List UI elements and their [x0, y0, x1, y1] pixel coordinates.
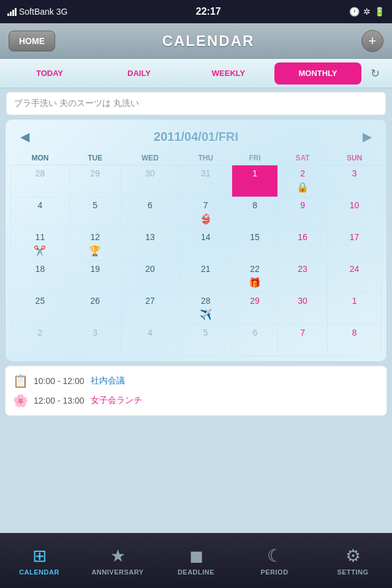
day-16[interactable]: 16 [278, 229, 328, 261]
day-29[interactable]: 29 [232, 293, 278, 325]
day-23[interactable]: 23 [278, 261, 328, 293]
day-31-prev[interactable]: 31 [179, 165, 232, 197]
day-20[interactable]: 20 [121, 261, 179, 293]
battery-icon: 🔋 [374, 7, 385, 17]
header: HOME CALENDAR + [0, 23, 392, 59]
day-25[interactable]: 25 [11, 293, 70, 325]
table-row: 2 3 4 5 6 7 8 [11, 325, 382, 356]
memo-text: ブラ手洗い 夫のスーツは 丸洗い [14, 98, 139, 109]
nav-label-setting: SETTING [337, 568, 368, 576]
day-19[interactable]: 19 [69, 261, 121, 293]
day-14[interactable]: 14 [179, 229, 232, 261]
day-2-next[interactable]: 2 [11, 325, 70, 356]
nav-label-period: PERIOD [260, 568, 288, 576]
day-11[interactable]: 11 ✂️ [11, 229, 70, 261]
day-10[interactable]: 10 [328, 197, 382, 229]
day-27[interactable]: 27 [121, 293, 179, 325]
day-28[interactable]: 28 ✈️ [179, 293, 232, 325]
calendar-nav-icon: ⊞ [32, 546, 47, 566]
day-5[interactable]: 5 [69, 197, 121, 229]
nav-label-calendar: CALENDAR [19, 568, 59, 576]
memo-bar: ブラ手洗い 夫のスーツは 丸洗い [6, 92, 386, 115]
day-13[interactable]: 13 [121, 229, 179, 261]
tab-monthly[interactable]: MONTHLY [274, 62, 361, 85]
day-6[interactable]: 6 [121, 197, 179, 229]
day-3-next[interactable]: 3 [69, 325, 121, 356]
tab-daily[interactable]: DAILY [96, 62, 183, 85]
event-item-1[interactable]: 📋 10:00 - 12:00 社内会議 [13, 371, 379, 391]
table-row: 18 19 20 21 22 🎁 23 24 [11, 261, 382, 293]
event-name-2: 女子会ランチ [91, 395, 142, 406]
nav-anniversary[interactable]: ★ ANNIVERSARY [78, 546, 157, 576]
clock-icon: 🕐 [349, 7, 360, 17]
day-12[interactable]: 12 🏆 [69, 229, 121, 261]
status-bar: SoftBank 3G 22:17 🕐 ✲ 🔋 [0, 0, 392, 23]
day-2[interactable]: 2 🔒 [278, 165, 328, 197]
tab-today[interactable]: TODAY [6, 62, 93, 85]
calendar-title: 2011/04/01/FRI [154, 130, 238, 144]
day-18[interactable]: 18 [11, 261, 70, 293]
tab-weekly[interactable]: WEEKLY [185, 62, 272, 85]
day-6-next[interactable]: 6 [232, 325, 278, 356]
nav-label-deadline: DEADLINE [178, 568, 214, 576]
day-26[interactable]: 26 [69, 293, 121, 325]
event-icon-2: 🌸 [13, 393, 28, 408]
weekday-header-row: MON TUE WED THU FRI SAT SUN [11, 151, 382, 165]
day-30-prev[interactable]: 30 [121, 165, 179, 197]
nav-deadline[interactable]: ◼ DEADLINE [157, 546, 235, 576]
add-button[interactable]: + [361, 30, 383, 52]
event-time-1: 10:00 - 12:00 [34, 376, 85, 386]
day-9[interactable]: 9 [278, 197, 328, 229]
day-5-next[interactable]: 5 [179, 325, 232, 356]
day-17[interactable]: 17 [328, 229, 382, 261]
calendar-header: ◀ 2011/04/01/FRI ▶ [10, 124, 382, 151]
prev-month-button[interactable]: ◀ [15, 127, 34, 146]
day-8-next[interactable]: 8 [328, 325, 382, 356]
moon-icon: ☾ [267, 546, 282, 566]
day-22[interactable]: 22 🎁 [232, 261, 278, 293]
day-3[interactable]: 3 [328, 165, 382, 197]
day-24[interactable]: 24 [328, 261, 382, 293]
nav-calendar[interactable]: ⊞ CALENDAR [0, 546, 78, 576]
table-row: 25 26 27 28 ✈️ 29 30 1 [11, 293, 382, 325]
day-4-next[interactable]: 4 [121, 325, 179, 356]
weekday-wed: WED [121, 151, 179, 165]
day-29-prev[interactable]: 29 [69, 165, 121, 197]
calendar-container: ◀ 2011/04/01/FRI ▶ MON TUE WED THU FRI S… [5, 119, 387, 362]
weekday-thu: THU [179, 151, 232, 165]
bluetooth-icon: ✲ [363, 7, 371, 17]
day-15[interactable]: 15 [232, 229, 278, 261]
day-30[interactable]: 30 [278, 293, 328, 325]
day-7-next[interactable]: 7 [278, 325, 328, 356]
event-time-2: 12:00 - 13:00 [34, 396, 85, 405]
star-icon: ★ [110, 546, 126, 566]
home-button[interactable]: HOME [9, 31, 55, 51]
event-item-2[interactable]: 🌸 12:00 - 13:00 女子会ランチ [13, 391, 379, 410]
weekday-sun: SUN [328, 151, 382, 165]
day-8[interactable]: 8 [232, 197, 278, 229]
network: 3G [56, 7, 68, 17]
next-month-button[interactable]: ▶ [358, 127, 377, 146]
nav-setting[interactable]: ⚙ SETTING [314, 546, 392, 576]
refresh-button[interactable]: ↻ [364, 62, 386, 85]
status-right: 🕐 ✲ 🔋 [349, 7, 385, 17]
day-1-next[interactable]: 1 [328, 293, 382, 325]
day-28-prev[interactable]: 28 [11, 165, 70, 197]
day-4[interactable]: 4 [11, 197, 70, 229]
event-name-1: 社内会議 [91, 375, 125, 386]
tab-bar: TODAY DAILY WEEKLY MONTHLY ↻ [0, 59, 392, 88]
day-7[interactable]: 7 👙 [179, 197, 232, 229]
day-21[interactable]: 21 [179, 261, 232, 293]
event-icon-1: 📋 [13, 374, 28, 388]
table-row: 11 ✂️ 12 🏆 13 14 15 16 17 [11, 229, 382, 261]
day-1[interactable]: 1 [232, 165, 278, 197]
nav-period[interactable]: ☾ PERIOD [235, 546, 314, 576]
events-section: 📋 10:00 - 12:00 社内会議 🌸 12:00 - 13:00 女子会… [5, 366, 387, 416]
clock: 22:17 [196, 6, 221, 17]
status-left: SoftBank 3G [7, 7, 68, 17]
weekday-fri: FRI [232, 151, 278, 165]
page-title: CALENDAR [162, 32, 255, 50]
table-row: 28 29 30 31 1 2 🔒 3 [11, 165, 382, 197]
calendar-grid: MON TUE WED THU FRI SAT SUN 28 29 30 31 … [10, 151, 382, 356]
weekday-tue: TUE [69, 151, 121, 165]
